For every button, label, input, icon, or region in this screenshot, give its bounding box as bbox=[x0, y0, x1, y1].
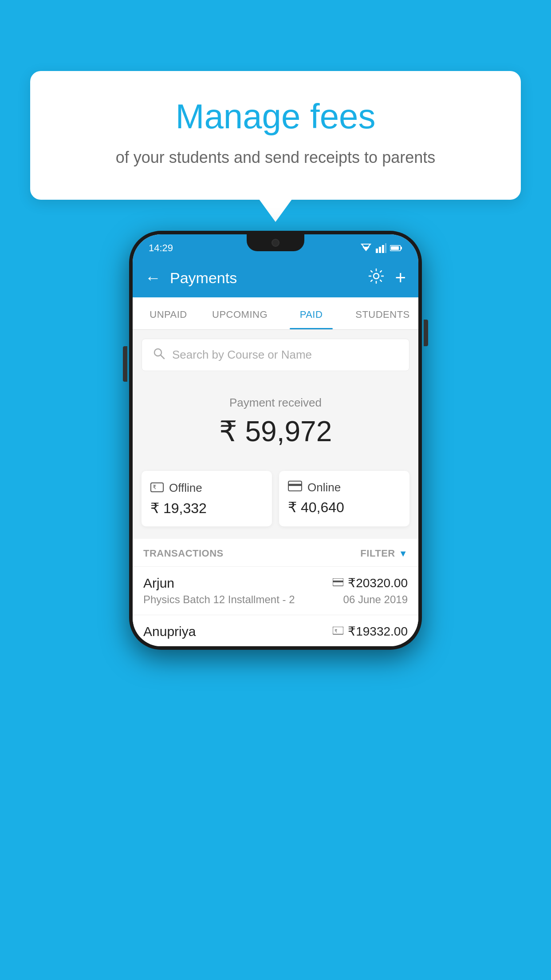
back-button[interactable]: ← bbox=[145, 269, 161, 287]
payment-received-section: Payment received ₹ 59,972 bbox=[133, 380, 418, 471]
signal-icon bbox=[376, 243, 386, 253]
transaction-amount-wrap: ₹ ₹19332.00 bbox=[333, 624, 408, 639]
svg-line-11 bbox=[161, 355, 164, 359]
phone-screen: 14:29 bbox=[133, 234, 418, 646]
phone-notch bbox=[247, 234, 304, 251]
wifi-icon bbox=[360, 243, 372, 253]
phone-mockup: 14:29 bbox=[129, 231, 422, 650]
svg-rect-7 bbox=[401, 247, 402, 249]
transaction-date: 06 June 2019 bbox=[343, 593, 408, 606]
payment-cards: ₹ Offline ₹ 19,332 bbox=[133, 471, 418, 539]
add-button[interactable]: + bbox=[395, 267, 406, 288]
transaction-name: Anupriya bbox=[143, 624, 196, 639]
phone-body: 14:29 bbox=[129, 231, 422, 650]
svg-rect-4 bbox=[382, 245, 384, 253]
tooltip-title: Manage fees bbox=[52, 98, 499, 136]
header-icons: + bbox=[368, 267, 406, 288]
search-box[interactable]: Search by Course or Name bbox=[142, 339, 409, 371]
offline-card: ₹ Offline ₹ 19,332 bbox=[142, 471, 272, 526]
payment-type-icon bbox=[333, 577, 343, 589]
online-amount: ₹ 40,640 bbox=[288, 499, 401, 516]
svg-rect-17 bbox=[333, 581, 343, 582]
tab-unpaid[interactable]: UNPAID bbox=[133, 297, 204, 329]
transactions-header: TRANSACTIONS FILTER ▼ bbox=[133, 539, 418, 566]
filter-triangle-icon: ▼ bbox=[399, 549, 408, 559]
tab-paid[interactable]: PAID bbox=[276, 297, 347, 329]
filter-button[interactable]: FILTER ▼ bbox=[360, 548, 408, 559]
transaction-amount: ₹20320.00 bbox=[348, 576, 408, 590]
online-label: Online bbox=[307, 481, 341, 494]
offline-label: Offline bbox=[169, 481, 202, 495]
transactions-label: TRANSACTIONS bbox=[143, 548, 224, 559]
tooltip-card: Manage fees of your students and send re… bbox=[30, 71, 521, 200]
transaction-row[interactable]: Arjun ₹20320.00 Physics bbox=[133, 566, 418, 615]
transaction-name: Arjun bbox=[143, 576, 174, 591]
payment-type-icon: ₹ bbox=[333, 626, 343, 637]
header-title: Payments bbox=[170, 269, 368, 287]
svg-rect-2 bbox=[376, 249, 378, 253]
svg-text:₹: ₹ bbox=[153, 484, 156, 490]
tabs-bar: UNPAID UPCOMING PAID STUDENTS bbox=[133, 297, 418, 330]
transaction-amount: ₹19332.00 bbox=[348, 624, 408, 639]
notch-camera bbox=[272, 239, 279, 247]
svg-rect-5 bbox=[385, 243, 386, 253]
svg-point-9 bbox=[374, 273, 379, 279]
offline-amount: ₹ 19,332 bbox=[150, 500, 263, 517]
online-card: Online ₹ 40,640 bbox=[279, 471, 409, 526]
payment-received-label: Payment received bbox=[142, 396, 409, 410]
app-header: ← Payments + bbox=[133, 258, 418, 297]
online-icon bbox=[288, 481, 302, 494]
status-icons bbox=[360, 243, 402, 253]
transaction-row[interactable]: Anupriya ₹ ₹19332.00 bbox=[133, 615, 418, 646]
offline-icon: ₹ bbox=[150, 481, 164, 495]
search-container: Search by Course or Name bbox=[133, 330, 418, 380]
search-placeholder: Search by Course or Name bbox=[172, 348, 312, 362]
svg-rect-15 bbox=[288, 484, 302, 486]
settings-icon[interactable] bbox=[368, 268, 384, 288]
payment-total-amount: ₹ 59,972 bbox=[142, 415, 409, 448]
transaction-course: Physics Batch 12 Installment - 2 bbox=[143, 593, 295, 606]
svg-rect-8 bbox=[391, 246, 399, 250]
search-icon bbox=[153, 347, 165, 363]
status-time: 14:29 bbox=[149, 242, 173, 254]
svg-rect-3 bbox=[379, 247, 381, 253]
transaction-amount-wrap: ₹20320.00 bbox=[333, 576, 408, 590]
svg-text:₹: ₹ bbox=[335, 628, 337, 633]
tab-students[interactable]: STUDENTS bbox=[347, 297, 418, 329]
tooltip-subtitle: of your students and send receipts to pa… bbox=[52, 146, 499, 169]
tab-upcoming[interactable]: UPCOMING bbox=[204, 297, 276, 329]
battery-icon bbox=[390, 245, 402, 252]
